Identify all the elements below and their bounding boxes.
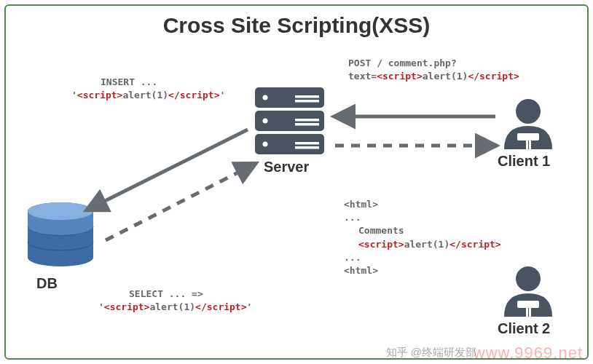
svg-point-19	[516, 99, 541, 124]
svg-point-14	[28, 249, 93, 266]
watermark-zhihu: 知乎 @终端研发部	[386, 346, 476, 360]
svg-rect-20	[517, 133, 539, 141]
svg-rect-22	[529, 141, 531, 149]
svg-rect-6	[295, 95, 319, 98]
svg-rect-9	[295, 123, 319, 126]
svg-rect-7	[295, 100, 319, 103]
client2-label: Client 2	[498, 320, 550, 337]
select-code: SELECT ... => '<script>alert(1)</script>…	[98, 288, 252, 314]
response-code: <html> ... Comments <script>alert(1)</sc…	[344, 198, 501, 277]
svg-point-23	[516, 266, 541, 291]
svg-rect-26	[529, 308, 531, 317]
svg-rect-8	[295, 119, 319, 122]
svg-rect-25	[526, 308, 528, 317]
db-label: DB	[36, 275, 58, 292]
svg-rect-24	[517, 301, 539, 308]
svg-rect-11	[295, 146, 319, 149]
insert-code: INSERT ... '<script>alert(1)</script>'	[71, 76, 225, 102]
svg-rect-21	[526, 141, 528, 149]
watermark-url: www.9969.net	[474, 344, 583, 363]
svg-point-5	[263, 142, 268, 147]
client1-label: Client 1	[498, 153, 550, 170]
server-label: Server	[264, 159, 309, 175]
svg-point-4	[263, 119, 268, 124]
server-icon	[255, 87, 324, 154]
arrow-db-to-server	[106, 164, 255, 240]
svg-point-18	[28, 202, 93, 220]
arrow-server-to-db	[87, 130, 248, 210]
client2-icon	[504, 266, 552, 317]
client1-icon	[504, 99, 552, 149]
svg-point-3	[263, 95, 268, 100]
post-code: POST / comment.php? text=<script>alert(1…	[348, 57, 519, 83]
diagram-canvas	[0, 0, 593, 364]
db-icon	[28, 202, 93, 266]
svg-rect-10	[295, 142, 319, 145]
